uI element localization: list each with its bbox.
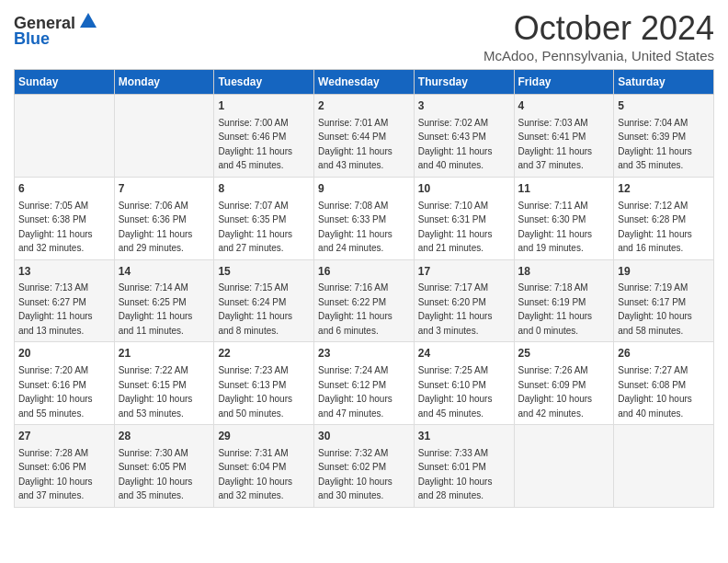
day-info: Sunrise: 7:18 AMSunset: 6:19 PMDaylight:… xyxy=(518,282,593,336)
day-info: Sunrise: 7:22 AMSunset: 6:15 PMDaylight:… xyxy=(119,365,193,419)
day-number: 28 xyxy=(119,429,210,444)
calendar-cell: 9Sunrise: 7:08 AMSunset: 6:33 PMDaylight… xyxy=(314,177,415,259)
page-header: General Blue October 2024 McAdoo, Pennsy… xyxy=(14,9,714,63)
day-number: 7 xyxy=(119,181,210,197)
calendar-week-row: 20Sunrise: 7:20 AMSunset: 6:16 PMDayligh… xyxy=(15,342,714,425)
day-info: Sunrise: 7:20 AMSunset: 6:16 PMDaylight:… xyxy=(18,365,93,419)
col-header-thursday: Thursday xyxy=(414,70,514,95)
location-subtitle: McAdoo, Pennsylvania, United States xyxy=(483,48,714,63)
day-number: 11 xyxy=(518,181,610,197)
day-number: 19 xyxy=(618,264,710,280)
day-number: 14 xyxy=(119,264,210,280)
day-number: 22 xyxy=(218,346,310,362)
col-header-sunday: Sunday xyxy=(15,70,115,95)
calendar-cell xyxy=(114,95,214,178)
day-number: 2 xyxy=(318,98,410,114)
calendar-header-row: SundayMondayTuesdayWednesdayThursdayFrid… xyxy=(15,70,714,95)
col-header-monday: Monday xyxy=(114,70,214,95)
month-title: October 2024 xyxy=(483,9,714,48)
day-number: 15 xyxy=(218,264,310,280)
logo-triangle-icon xyxy=(79,11,97,29)
day-info: Sunrise: 7:24 AMSunset: 6:12 PMDaylight:… xyxy=(318,365,392,419)
day-info: Sunrise: 7:25 AMSunset: 6:10 PMDaylight:… xyxy=(418,365,493,419)
day-info: Sunrise: 7:01 AMSunset: 6:44 PMDaylight:… xyxy=(318,118,392,171)
day-info: Sunrise: 7:16 AMSunset: 6:22 PMDaylight:… xyxy=(318,282,392,336)
calendar-cell: 12Sunrise: 7:12 AMSunset: 6:28 PMDayligh… xyxy=(614,177,714,259)
calendar-cell: 15Sunrise: 7:15 AMSunset: 6:24 PMDayligh… xyxy=(214,259,314,342)
calendar-cell: 5Sunrise: 7:04 AMSunset: 6:39 PMDaylight… xyxy=(614,95,714,178)
day-number: 24 xyxy=(418,346,510,362)
calendar-cell xyxy=(614,425,714,508)
col-header-tuesday: Tuesday xyxy=(214,70,314,95)
day-info: Sunrise: 7:19 AMSunset: 6:17 PMDaylight:… xyxy=(618,282,692,336)
day-info: Sunrise: 7:31 AMSunset: 6:04 PMDaylight:… xyxy=(218,448,292,501)
day-info: Sunrise: 7:15 AMSunset: 6:24 PMDaylight:… xyxy=(218,282,292,336)
day-info: Sunrise: 7:27 AMSunset: 6:08 PMDaylight:… xyxy=(618,365,692,419)
day-number: 25 xyxy=(518,346,610,362)
day-number: 3 xyxy=(418,98,510,114)
calendar-cell: 3Sunrise: 7:02 AMSunset: 6:43 PMDaylight… xyxy=(414,95,514,178)
calendar-week-row: 6Sunrise: 7:05 AMSunset: 6:38 PMDaylight… xyxy=(15,177,714,259)
day-info: Sunrise: 7:02 AMSunset: 6:43 PMDaylight:… xyxy=(418,118,493,171)
day-info: Sunrise: 7:33 AMSunset: 6:01 PMDaylight:… xyxy=(418,448,493,501)
day-number: 18 xyxy=(518,264,610,280)
day-number: 1 xyxy=(218,98,310,114)
col-header-friday: Friday xyxy=(514,70,614,95)
logo: General Blue xyxy=(14,13,97,49)
day-number: 13 xyxy=(18,264,110,280)
day-info: Sunrise: 7:28 AMSunset: 6:06 PMDaylight:… xyxy=(18,448,93,501)
day-number: 9 xyxy=(318,181,410,197)
day-info: Sunrise: 7:11 AMSunset: 6:30 PMDaylight:… xyxy=(518,201,593,254)
calendar-cell: 6Sunrise: 7:05 AMSunset: 6:38 PMDaylight… xyxy=(15,177,115,259)
day-info: Sunrise: 7:04 AMSunset: 6:39 PMDaylight:… xyxy=(618,118,692,171)
calendar-cell: 8Sunrise: 7:07 AMSunset: 6:35 PMDaylight… xyxy=(214,177,314,259)
col-header-wednesday: Wednesday xyxy=(314,70,415,95)
calendar-cell: 25Sunrise: 7:26 AMSunset: 6:09 PMDayligh… xyxy=(514,342,614,425)
calendar-cell: 2Sunrise: 7:01 AMSunset: 6:44 PMDaylight… xyxy=(314,95,415,178)
day-info: Sunrise: 7:12 AMSunset: 6:28 PMDaylight:… xyxy=(618,201,692,254)
calendar-cell: 21Sunrise: 7:22 AMSunset: 6:15 PMDayligh… xyxy=(114,342,214,425)
day-info: Sunrise: 7:13 AMSunset: 6:27 PMDaylight:… xyxy=(18,282,93,336)
day-info: Sunrise: 7:30 AMSunset: 6:05 PMDaylight:… xyxy=(119,448,193,501)
day-number: 20 xyxy=(18,346,110,362)
calendar-table: SundayMondayTuesdayWednesdayThursdayFrid… xyxy=(14,69,714,508)
calendar-cell: 24Sunrise: 7:25 AMSunset: 6:10 PMDayligh… xyxy=(414,342,514,425)
calendar-cell xyxy=(514,425,614,508)
calendar-cell: 11Sunrise: 7:11 AMSunset: 6:30 PMDayligh… xyxy=(514,177,614,259)
calendar-week-row: 13Sunrise: 7:13 AMSunset: 6:27 PMDayligh… xyxy=(15,259,714,342)
day-number: 17 xyxy=(418,264,510,280)
day-info: Sunrise: 7:05 AMSunset: 6:38 PMDaylight:… xyxy=(18,201,93,254)
day-number: 21 xyxy=(119,346,210,362)
day-info: Sunrise: 7:32 AMSunset: 6:02 PMDaylight:… xyxy=(318,448,392,501)
day-number: 8 xyxy=(218,181,310,197)
day-info: Sunrise: 7:08 AMSunset: 6:33 PMDaylight:… xyxy=(318,201,392,254)
day-number: 29 xyxy=(218,429,310,444)
calendar-cell: 20Sunrise: 7:20 AMSunset: 6:16 PMDayligh… xyxy=(15,342,115,425)
calendar-cell: 17Sunrise: 7:17 AMSunset: 6:20 PMDayligh… xyxy=(414,259,514,342)
day-info: Sunrise: 7:17 AMSunset: 6:20 PMDaylight:… xyxy=(418,282,493,336)
calendar-cell: 19Sunrise: 7:19 AMSunset: 6:17 PMDayligh… xyxy=(614,259,714,342)
day-info: Sunrise: 7:10 AMSunset: 6:31 PMDaylight:… xyxy=(418,201,493,254)
col-header-saturday: Saturday xyxy=(614,70,714,95)
day-info: Sunrise: 7:00 AMSunset: 6:46 PMDaylight:… xyxy=(218,118,292,171)
day-number: 6 xyxy=(18,181,110,197)
calendar-cell: 16Sunrise: 7:16 AMSunset: 6:22 PMDayligh… xyxy=(314,259,415,342)
day-number: 16 xyxy=(318,264,410,280)
day-number: 4 xyxy=(518,98,610,114)
calendar-cell: 29Sunrise: 7:31 AMSunset: 6:04 PMDayligh… xyxy=(214,425,314,508)
day-number: 23 xyxy=(318,346,410,362)
day-info: Sunrise: 7:23 AMSunset: 6:13 PMDaylight:… xyxy=(218,365,292,419)
day-number: 26 xyxy=(618,346,710,362)
calendar-cell: 28Sunrise: 7:30 AMSunset: 6:05 PMDayligh… xyxy=(114,425,214,508)
day-number: 31 xyxy=(418,429,510,444)
day-number: 12 xyxy=(618,181,710,197)
calendar-cell: 7Sunrise: 7:06 AMSunset: 6:36 PMDaylight… xyxy=(114,177,214,259)
day-number: 10 xyxy=(418,181,510,197)
calendar-cell: 18Sunrise: 7:18 AMSunset: 6:19 PMDayligh… xyxy=(514,259,614,342)
day-info: Sunrise: 7:06 AMSunset: 6:36 PMDaylight:… xyxy=(119,201,193,254)
day-number: 30 xyxy=(318,429,410,444)
calendar-cell xyxy=(15,95,115,178)
svg-marker-0 xyxy=(80,13,97,28)
calendar-cell: 22Sunrise: 7:23 AMSunset: 6:13 PMDayligh… xyxy=(214,342,314,425)
calendar-cell: 4Sunrise: 7:03 AMSunset: 6:41 PMDaylight… xyxy=(514,95,614,178)
